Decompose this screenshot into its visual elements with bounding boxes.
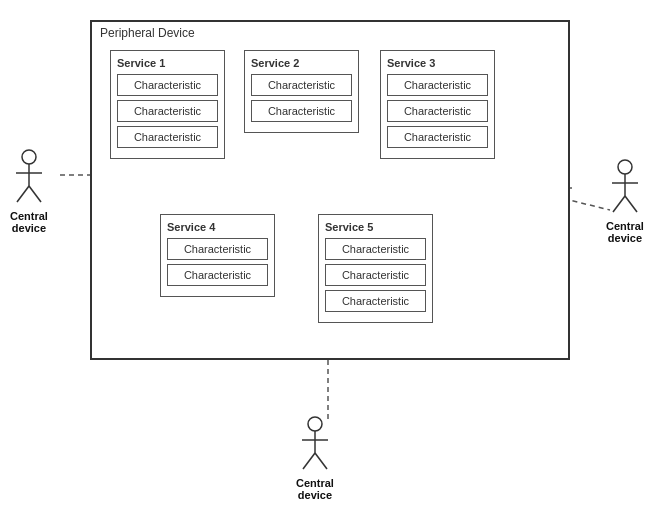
characteristic-s3-1: Characteristic	[387, 74, 488, 96]
svg-point-4	[22, 150, 36, 164]
service3-box: Service 3 Characteristic Characteristic …	[380, 50, 495, 159]
central-device-right-label: Centraldevice	[606, 220, 644, 244]
stick-figure-right-svg	[607, 158, 643, 218]
central-device-left: Centraldevice	[10, 148, 48, 234]
svg-point-9	[618, 160, 632, 174]
peripheral-device-box: Peripheral Device Service 1 Characterist…	[90, 20, 570, 360]
characteristic-s3-2: Characteristic	[387, 100, 488, 122]
central-device-right: Centraldevice	[606, 158, 644, 244]
service1-label: Service 1	[117, 57, 218, 69]
svg-line-8	[29, 186, 41, 202]
service2-box: Service 2 Characteristic Characteristic	[244, 50, 359, 133]
central-device-bottom: Centraldevice	[296, 415, 334, 501]
stick-figure-bottom-svg	[297, 415, 333, 475]
service1-box: Service 1 Characteristic Characteristic …	[110, 50, 225, 159]
svg-line-13	[625, 196, 637, 212]
characteristic-s1-1: Characteristic	[117, 74, 218, 96]
service4-label: Service 4	[167, 221, 268, 233]
service2-label: Service 2	[251, 57, 352, 69]
svg-line-18	[315, 453, 327, 469]
stick-figure-left-svg	[11, 148, 47, 208]
central-device-left-label: Centraldevice	[10, 210, 48, 234]
characteristic-s4-1: Characteristic	[167, 238, 268, 260]
service4-box: Service 4 Characteristic Characteristic	[160, 214, 275, 297]
characteristic-s3-3: Characteristic	[387, 126, 488, 148]
service5-label: Service 5	[325, 221, 426, 233]
characteristic-s4-2: Characteristic	[167, 264, 268, 286]
service3-label: Service 3	[387, 57, 488, 69]
characteristic-s5-3: Characteristic	[325, 290, 426, 312]
characteristic-s2-1: Characteristic	[251, 74, 352, 96]
characteristic-s2-2: Characteristic	[251, 100, 352, 122]
central-device-bottom-label: Centraldevice	[296, 477, 334, 501]
svg-line-17	[303, 453, 315, 469]
characteristic-s1-2: Characteristic	[117, 100, 218, 122]
svg-point-14	[308, 417, 322, 431]
diagram-container: Peripheral Device Service 1 Characterist…	[0, 0, 656, 508]
svg-line-12	[613, 196, 625, 212]
service5-box: Service 5 Characteristic Characteristic …	[318, 214, 433, 323]
characteristic-s1-3: Characteristic	[117, 126, 218, 148]
characteristic-s5-2: Characteristic	[325, 264, 426, 286]
peripheral-device-label: Peripheral Device	[100, 26, 195, 40]
svg-line-7	[17, 186, 29, 202]
characteristic-s5-1: Characteristic	[325, 238, 426, 260]
